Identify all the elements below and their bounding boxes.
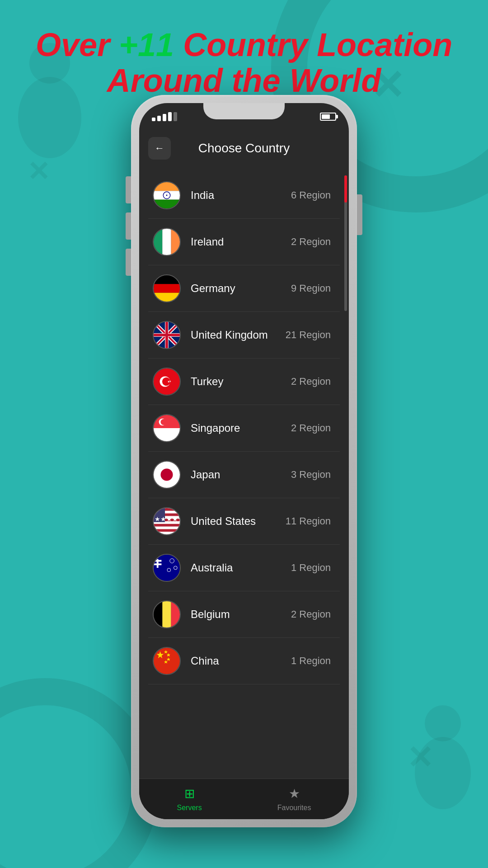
country-name: Singapore bbox=[191, 422, 291, 434]
servers-icon: ⊞ bbox=[184, 786, 195, 801]
country-item[interactable]: Singapore 2 Region bbox=[148, 405, 340, 452]
svg-rect-52 bbox=[157, 562, 159, 568]
battery-indicator bbox=[320, 113, 336, 121]
svg-rect-16 bbox=[162, 229, 171, 255]
phone-notch bbox=[203, 103, 285, 119]
svg-point-14 bbox=[166, 195, 168, 196]
country-name: United Kingdom bbox=[191, 329, 286, 341]
country-name: Germany bbox=[191, 282, 291, 295]
country-name: United States bbox=[191, 515, 286, 528]
svg-rect-56 bbox=[154, 601, 162, 627]
bottom-navigation: ⊞ Servers ★ Favourites bbox=[139, 778, 349, 819]
scroll-track bbox=[344, 175, 347, 311]
region-count: 21 Region bbox=[286, 329, 331, 341]
signal-bar-4 bbox=[168, 112, 172, 121]
country-item[interactable]: ★★★★★★★★★ United States 11 Region bbox=[148, 498, 340, 545]
flag-circle bbox=[153, 228, 181, 256]
nav-favourites[interactable]: ★ Favourites bbox=[277, 786, 311, 812]
signal-bar-2 bbox=[157, 116, 161, 121]
svg-point-8 bbox=[425, 705, 461, 741]
svg-point-32 bbox=[162, 377, 170, 386]
header-line1-part1: Over bbox=[36, 27, 119, 63]
country-name: India bbox=[191, 189, 291, 202]
signal-bar-1 bbox=[152, 118, 155, 121]
svg-rect-45 bbox=[154, 529, 180, 532]
header-line1-part2: Country Location bbox=[174, 27, 452, 63]
country-item[interactable]: Australia 1 Region bbox=[148, 545, 340, 591]
svg-rect-15 bbox=[154, 229, 162, 255]
servers-label: Servers bbox=[177, 804, 202, 812]
region-count: 1 Region bbox=[291, 562, 331, 574]
scroll-thumb bbox=[344, 175, 347, 203]
svg-rect-57 bbox=[162, 601, 171, 627]
flag-circle bbox=[153, 181, 181, 209]
region-count: 9 Region bbox=[291, 283, 331, 294]
svg-rect-58 bbox=[171, 601, 180, 627]
svg-text:★★★★★★★★★: ★★★★★★★★★ bbox=[155, 516, 180, 523]
region-count: 6 Region bbox=[291, 189, 331, 201]
country-item[interactable]: India 6 Region bbox=[148, 172, 340, 219]
svg-rect-35 bbox=[154, 428, 180, 441]
country-item[interactable]: China 1 Region bbox=[148, 638, 340, 684]
svg-point-9 bbox=[415, 737, 471, 809]
svg-point-37 bbox=[160, 419, 167, 425]
svg-rect-34 bbox=[154, 415, 180, 428]
region-count: 2 Region bbox=[291, 376, 331, 387]
flag-circle bbox=[153, 368, 181, 396]
country-name: Ireland bbox=[191, 236, 291, 248]
flag-circle bbox=[153, 647, 181, 675]
nav-servers[interactable]: ⊞ Servers bbox=[177, 786, 202, 812]
svg-rect-41 bbox=[154, 508, 180, 511]
country-name: Turkey bbox=[191, 375, 291, 388]
phone-frame: ← Choose Country India 6 Region bbox=[131, 95, 357, 827]
svg-rect-20 bbox=[154, 293, 180, 302]
svg-rect-18 bbox=[154, 275, 180, 284]
phone-screen: ← Choose Country India 6 Region bbox=[139, 103, 349, 819]
country-name: Belgium bbox=[191, 608, 291, 621]
back-button[interactable]: ← bbox=[148, 137, 171, 160]
country-item[interactable]: Turkey 2 Region bbox=[148, 359, 340, 405]
region-count: 1 Region bbox=[291, 655, 331, 667]
country-list[interactable]: India 6 Region Ireland 2 Region Germany … bbox=[148, 172, 340, 778]
country-name: Japan bbox=[191, 468, 291, 481]
toolbar: ← Choose Country bbox=[148, 128, 340, 172]
country-name: China bbox=[191, 655, 291, 667]
svg-rect-19 bbox=[154, 284, 180, 292]
app-content: ← Choose Country India 6 Region bbox=[139, 128, 349, 778]
svg-rect-29 bbox=[154, 334, 180, 336]
svg-point-39 bbox=[160, 468, 173, 481]
battery-body bbox=[320, 113, 336, 121]
battery-fill bbox=[322, 114, 330, 119]
country-item[interactable]: United Kingdom 21 Region bbox=[148, 312, 340, 359]
region-count: 3 Region bbox=[291, 469, 331, 481]
flag-circle: ★★★★★★★★★ bbox=[153, 507, 181, 535]
back-arrow-icon: ← bbox=[155, 142, 164, 154]
country-item[interactable]: Ireland 2 Region bbox=[148, 219, 340, 265]
country-name: Australia bbox=[191, 561, 291, 574]
flag-circle bbox=[153, 600, 181, 628]
header-section: Over +11 Country Location Around the Wor… bbox=[0, 27, 488, 99]
country-item[interactable]: Germany 9 Region bbox=[148, 265, 340, 312]
country-item[interactable]: Belgium 2 Region bbox=[148, 591, 340, 638]
flag-circle bbox=[153, 274, 181, 302]
region-count: 2 Region bbox=[291, 422, 331, 434]
favourites-label: Favourites bbox=[277, 804, 311, 812]
region-count: 2 Region bbox=[291, 609, 331, 620]
flag-circle bbox=[153, 414, 181, 442]
flag-circle bbox=[153, 554, 181, 582]
header-line2: Around the World bbox=[0, 63, 488, 99]
country-item[interactable]: Japan 3 Region bbox=[148, 452, 340, 498]
svg-rect-10 bbox=[154, 182, 180, 191]
flag-circle bbox=[153, 461, 181, 489]
region-count: 2 Region bbox=[291, 236, 331, 248]
phone-outer-shell: ← Choose Country India 6 Region bbox=[131, 95, 357, 827]
page-title: Choose Country bbox=[198, 141, 290, 156]
svg-rect-12 bbox=[154, 200, 180, 208]
header-highlight: +11 bbox=[119, 27, 174, 63]
svg-rect-44 bbox=[154, 524, 180, 527]
flag-circle bbox=[153, 321, 181, 349]
region-count: 11 Region bbox=[286, 515, 331, 527]
favourites-icon: ★ bbox=[289, 786, 300, 801]
svg-text:✕: ✕ bbox=[27, 156, 50, 187]
signal-bar-3 bbox=[163, 114, 166, 121]
